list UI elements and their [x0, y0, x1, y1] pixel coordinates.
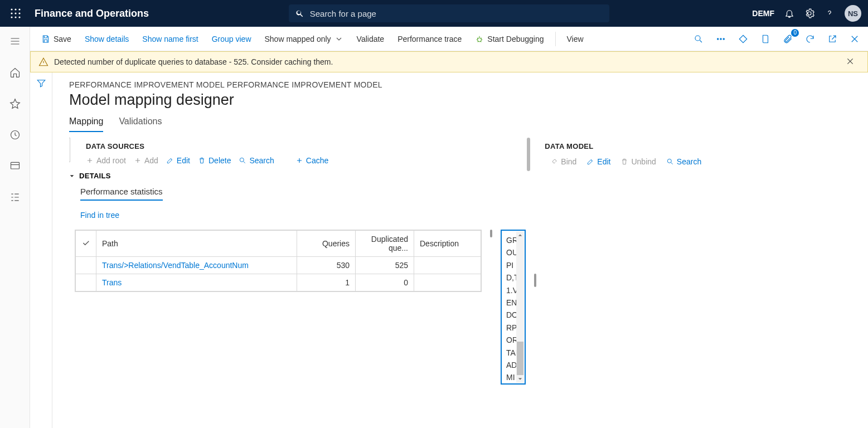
attachments-icon[interactable]: 0	[780, 31, 796, 47]
close-icon[interactable]	[847, 31, 862, 47]
svg-point-5	[18, 12, 20, 14]
scrollbar-thumb[interactable]	[527, 138, 530, 171]
svg-point-7	[14, 16, 16, 18]
help-icon[interactable]	[825, 8, 835, 18]
command-bar: Save Show details Show name first Group …	[30, 27, 868, 51]
svg-point-0	[11, 8, 12, 10]
left-nav	[0, 27, 30, 428]
clock-icon[interactable]	[5, 125, 25, 145]
chevron-down-icon	[334, 35, 343, 43]
attachments-badge: 0	[791, 29, 799, 37]
find-in-tree-link[interactable]: Find in tree	[80, 211, 526, 220]
table-header-row: Path Queries Duplicated que... Descripti…	[76, 231, 481, 257]
book-icon[interactable]	[758, 31, 773, 47]
ds-toolbar: Add root Add Edit Delete Search Cache	[69, 155, 526, 171]
expand-pane-button[interactable]	[69, 138, 70, 162]
warning-close-button[interactable]	[846, 57, 860, 67]
path-link[interactable]: Trans	[102, 278, 122, 287]
vertical-splitter[interactable]	[534, 138, 537, 422]
view-button[interactable]: View	[561, 31, 589, 47]
debug-icon	[475, 35, 484, 43]
unbind-button: Unbind	[620, 157, 656, 166]
col-queries[interactable]: Queries	[297, 231, 356, 257]
tab-mapping[interactable]: Mapping	[69, 116, 103, 132]
show-details-button[interactable]: Show details	[79, 31, 134, 47]
bind-button: Bind	[550, 157, 576, 166]
svg-point-6	[11, 16, 12, 18]
table-row[interactable]: Trans/>Relations/VendTable_AccountNum 53…	[76, 257, 481, 274]
global-search-input[interactable]	[310, 9, 603, 18]
diamond-icon[interactable]	[735, 31, 751, 47]
add-root-button: Add root	[86, 156, 126, 165]
add-button: Add	[134, 156, 158, 165]
path-link[interactable]: Trans/>Relations/VendTable_AccountNum	[102, 261, 249, 270]
col-path[interactable]: Path	[96, 231, 297, 257]
svg-point-3	[11, 12, 12, 14]
user-avatar[interactable]: NS	[845, 5, 861, 22]
search-icon	[295, 9, 304, 18]
home-icon[interactable]	[5, 62, 25, 82]
svg-point-2	[18, 8, 20, 10]
performance-trace-button[interactable]: Performance trace	[392, 31, 467, 47]
warning-banner: Detected number of duplicate queries to …	[30, 51, 868, 72]
breadcrumb: PERFORMANCE IMPROVEMENT MODEL PERFORMANC…	[69, 80, 857, 89]
modules-icon[interactable]	[5, 187, 25, 207]
save-button[interactable]: Save	[36, 31, 77, 47]
popout-icon[interactable]	[825, 31, 840, 47]
duplicated-cell: 0	[356, 274, 414, 291]
col-duplicated[interactable]: Duplicated que...	[356, 231, 414, 257]
filter-column[interactable]	[30, 72, 52, 428]
dm-edit-button[interactable]: Edit	[586, 157, 610, 166]
show-mapped-only-dropdown[interactable]: Show mapped only	[259, 31, 349, 47]
search-toolbar-icon[interactable]	[691, 31, 706, 47]
hamburger-icon[interactable]	[5, 31, 25, 51]
dm-search-button[interactable]: Search	[666, 157, 701, 166]
svg-point-12	[695, 36, 700, 41]
collapse-icon	[69, 173, 75, 179]
more-icon[interactable]	[713, 31, 729, 47]
details-header[interactable]: DETAILS	[69, 171, 526, 183]
bell-icon[interactable]	[784, 8, 794, 18]
svg-point-8	[18, 16, 20, 18]
company-label[interactable]: DEMF	[752, 9, 774, 18]
gear-icon[interactable]	[804, 8, 814, 18]
app-title: Finance and Operations	[35, 8, 149, 20]
group-view-button[interactable]: Group view	[206, 31, 257, 47]
performance-table: Path Queries Duplicated que... Descripti…	[75, 230, 482, 292]
waffle-icon[interactable]	[7, 4, 25, 22]
select-all-header[interactable]	[76, 231, 96, 257]
queries-cell: 530	[297, 257, 356, 274]
show-name-first-button[interactable]: Show name first	[137, 31, 203, 47]
col-description[interactable]: Description	[414, 231, 481, 257]
sql-scrollbar[interactable]	[516, 231, 524, 383]
global-search[interactable]	[289, 4, 609, 22]
scroll-down-icon[interactable]	[516, 375, 524, 383]
svg-point-17	[667, 159, 671, 163]
delete-button[interactable]: Delete	[198, 156, 231, 165]
save-label: Save	[54, 35, 71, 43]
scrollbar-thumb[interactable]	[517, 342, 523, 375]
funnel-icon	[36, 78, 46, 88]
warning-text: Detected number of duplicate queries to …	[54, 57, 333, 66]
refresh-icon[interactable]	[802, 31, 818, 47]
workspace-icon[interactable]	[5, 156, 25, 176]
description-cell	[414, 274, 481, 291]
star-icon[interactable]	[5, 94, 25, 114]
svg-point-11	[478, 38, 482, 42]
table-row[interactable]: Trans 1 0	[76, 274, 481, 291]
perf-stats-tab[interactable]: Performance statistics	[80, 187, 163, 201]
edit-button[interactable]: Edit	[166, 156, 190, 165]
svg-point-4	[14, 12, 16, 14]
warning-icon	[38, 57, 49, 67]
svg-point-15	[723, 38, 724, 39]
horizontal-splitter[interactable]	[487, 230, 495, 237]
svg-point-14	[720, 38, 721, 39]
start-debugging-button[interactable]: Start Debugging	[469, 31, 549, 47]
scroll-up-icon[interactable]	[516, 231, 524, 239]
tab-validations[interactable]: Validations	[119, 116, 162, 132]
sql-query-box[interactable]: GROUPID,T1.VENDORPORTALADMINISTRATORRECI…	[501, 230, 526, 385]
ds-search-button[interactable]: Search	[239, 156, 274, 165]
cache-button[interactable]: Cache	[295, 156, 328, 165]
validate-button[interactable]: Validate	[351, 31, 390, 47]
duplicated-cell: 525	[356, 257, 414, 274]
